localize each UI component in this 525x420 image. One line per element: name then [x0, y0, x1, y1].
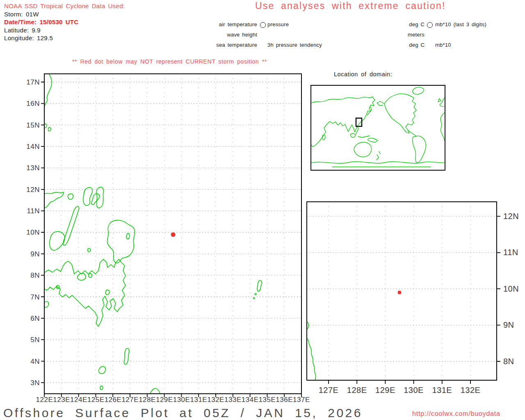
tick-label: 16N — [26, 100, 40, 107]
island-hook — [91, 194, 99, 205]
british-isles-coastline — [438, 98, 441, 102]
tick-label: 133E — [224, 396, 242, 404]
storm-id-line: Storm: 01W — [4, 10, 125, 18]
samal-island — [105, 290, 110, 294]
tick-label: 131E — [432, 386, 452, 395]
data-source-line: NOAA SSD Tropical Cyclone Data Used: — [4, 2, 125, 10]
zoom-map-longitude-labels: 127E128E129E130E131E132E — [319, 386, 481, 395]
tick-label: 11N — [503, 248, 518, 257]
units-legend-left-labels: deg C meters deg C — [390, 17, 425, 53]
tick-label: 8N — [30, 272, 40, 279]
palau-island — [257, 281, 262, 291]
small-island — [88, 249, 91, 252]
meters-label: meters — [390, 32, 425, 38]
zoom-map-latitude-ticks — [497, 216, 500, 361]
tick-label: 10N — [26, 228, 40, 236]
station-circle-icon — [260, 22, 266, 28]
australia-coastline — [354, 142, 372, 157]
storm-info-block: NOAA SSD Tropical Cyclone Data Used: Sto… — [4, 2, 125, 42]
bicol-coastline — [44, 192, 64, 208]
station-legend-left-labels: air temperature wave height sea temperat… — [187, 17, 257, 53]
tick-label: 130E — [404, 386, 424, 395]
offshore-surface-plot: NOAA SSD Tropical Cyclone Data Used: Sto… — [0, 0, 525, 420]
source-url: http://coolwx.com/buoydata — [412, 410, 500, 418]
antarctica-coastline — [311, 162, 445, 167]
world-coastlines — [311, 87, 445, 167]
station-legend-right-labels: pressure 3h pressure tendency — [267, 17, 358, 53]
tick-label: 17N — [26, 78, 40, 86]
cebu-island — [63, 206, 79, 245]
tick-label: 3N — [30, 379, 40, 387]
palau-islet — [253, 298, 255, 299]
tick-label: 12N — [503, 212, 519, 221]
air-temperature-label: air temperature — [187, 22, 257, 27]
units-legend-right-labels: mb*10 (last 3 digits) mb*10 — [435, 17, 525, 53]
small-island — [48, 128, 51, 131]
tick-label: 124E — [70, 396, 87, 404]
units-circle-icon — [427, 22, 433, 28]
main-map-longitude-labels: 122E123E124E125E126E127E128E129E130E131E… — [36, 396, 310, 404]
alaska-coastline — [377, 101, 384, 105]
world-map-frame — [311, 85, 445, 170]
tick-label: 132E — [461, 386, 481, 395]
tick-label: 129E — [156, 396, 173, 404]
tick-label: 5N — [30, 336, 40, 344]
tick-label: 135E — [259, 396, 276, 404]
tick-label: 10N — [503, 284, 519, 293]
borneo-coastline — [351, 133, 355, 137]
philippines-coastlines — [44, 74, 262, 394]
caution-banner: Use analyses with extreme caution! — [255, 0, 446, 11]
africa-west-coastline — [441, 112, 445, 143]
tick-label: 15N — [26, 121, 40, 129]
basilan-island — [44, 301, 48, 307]
storm-position-dot — [398, 291, 402, 294]
eurasia-coastline — [311, 97, 375, 147]
tick-label: 132E — [207, 396, 224, 404]
palau-islet — [255, 293, 256, 295]
datetime-line: Date/Time: 15/0530 UTC — [4, 18, 125, 26]
zoom-map-latitude-gridlines — [307, 216, 497, 361]
tick-label: 13N — [26, 164, 40, 172]
main-map: 17N16N15N14N13N12N11N10N9N8N7N6N5N4N3N 1… — [25, 70, 312, 408]
tick-label: 122E — [36, 396, 53, 404]
mb10-digits-label: mb*10 (last 3 digits) — [435, 22, 525, 27]
tick-label: 134E — [242, 396, 259, 404]
europe-coastline — [440, 98, 445, 107]
tick-label: 8N — [503, 357, 514, 366]
tick-label: 127E — [319, 386, 339, 395]
zoom-map-longitude-ticks — [329, 380, 470, 384]
tick-label: 9N — [30, 250, 40, 258]
tick-label: 14N — [26, 143, 40, 151]
tick-label: 11N — [27, 207, 40, 215]
world-inset-map — [308, 82, 449, 174]
small-island — [126, 233, 130, 239]
tick-label: 128E — [347, 386, 367, 395]
mindanao-east-coastline — [307, 338, 316, 380]
wave-height-label: wave height — [187, 32, 257, 38]
sea-temperature-label: sea temperature — [187, 43, 257, 48]
catanduanes-island — [68, 194, 73, 199]
pressure-tendency-label: 3h pressure tendency — [267, 43, 358, 48]
indonesia-coastline — [358, 136, 370, 137]
storm-position-dot — [171, 233, 176, 237]
tick-label: 7N — [30, 293, 40, 301]
south-america-coastline — [412, 136, 426, 162]
tick-label: 125E — [87, 396, 105, 404]
tick-label: 131E — [190, 396, 207, 404]
latitude-line: Latitude: 9.9 — [4, 26, 125, 34]
main-map-latitude-ticks — [41, 82, 44, 383]
luzon-coastline — [44, 74, 52, 107]
deg-c-top-label: deg C — [390, 22, 425, 27]
tick-label: 129E — [375, 386, 395, 395]
tick-label: 6N — [30, 315, 40, 322]
world-inset-title: Location of domain: — [334, 71, 392, 78]
zoom-map: 12N11N10N9N8N 127E128E129E130E131E132E — [304, 197, 525, 404]
red-dot-warning: ** Red dot below may NOT represent CURRE… — [72, 58, 267, 65]
legend-spacer — [267, 32, 358, 38]
mindanao-island — [44, 259, 126, 326]
tick-label: 127E — [121, 396, 139, 404]
ticao-island — [96, 187, 103, 208]
tick-label: 136E — [276, 396, 293, 404]
longitude-line: Longitude: 129.5 — [4, 34, 125, 42]
zoom-map-frame — [307, 202, 497, 380]
